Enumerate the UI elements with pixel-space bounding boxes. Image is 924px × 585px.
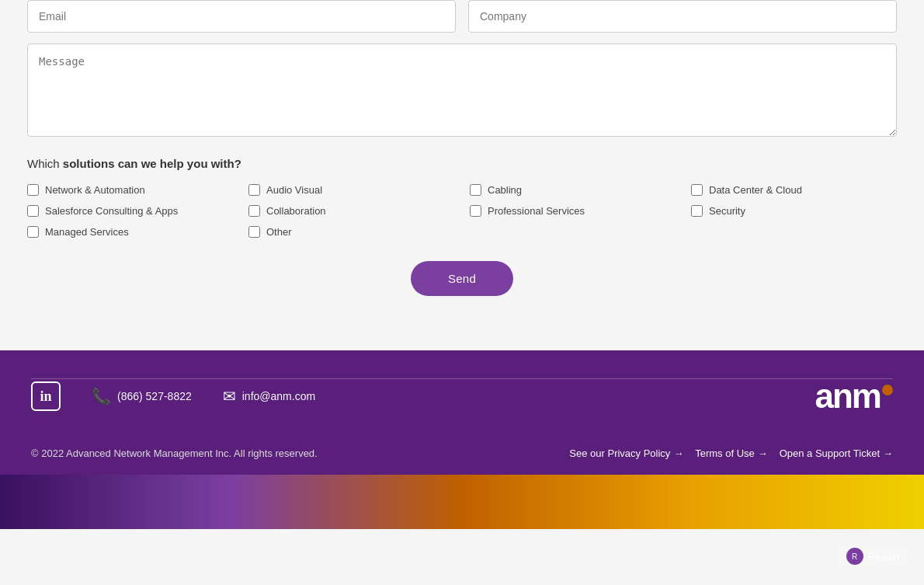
solutions-title: Which solutions can we help you with? [27,157,897,170]
revain-badge: R Revain [837,543,908,569]
checkbox-network[interactable]: Network & Automation [27,184,233,196]
support-label: Open a Support Ticket [780,447,880,459]
support-link[interactable]: Open a Support Ticket → [780,447,893,459]
phone-icon: 📞 [92,387,111,406]
checkbox-datacenter-input[interactable] [691,184,703,196]
checkbox-professional-label: Professional Services [488,205,585,217]
checkbox-security[interactable]: Security [691,205,897,217]
checkbox-security-input[interactable] [691,205,703,217]
checkbox-audio[interactable]: Audio Visual [248,184,454,196]
checkbox-collaboration-input[interactable] [248,205,260,217]
checkbox-network-input[interactable] [27,184,39,196]
support-arrow: → [883,447,893,459]
checkbox-collaboration[interactable]: Collaboration [248,205,454,217]
checkbox-salesforce-input[interactable] [27,205,39,217]
checkbox-cabling[interactable]: Cabling [470,184,676,196]
privacy-label: See our Privacy Policy [569,447,670,459]
privacy-arrow: → [673,447,683,459]
checkbox-salesforce-label: Salesforce Consulting & Apps [45,205,178,217]
email-icon: ✉ [223,387,236,406]
checkbox-managed-input[interactable] [27,226,39,238]
checkbox-audio-label: Audio Visual [266,184,322,196]
footer-colorbar [0,475,924,529]
terms-arrow: → [758,447,768,459]
checkbox-collaboration-label: Collaboration [266,205,326,217]
checkbox-datacenter-label: Data Center & Cloud [709,184,802,196]
privacy-link[interactable]: See our Privacy Policy → [569,447,683,459]
checkbox-security-label: Security [709,205,745,217]
footer-bottom: © 2022 Advanced Network Management Inc. … [31,435,893,475]
linkedin-icon: in [40,388,51,405]
copyright-text: © 2022 Advanced Network Management Inc. … [31,447,564,459]
checkbox-audio-input[interactable] [248,184,260,196]
checkbox-cabling-input[interactable] [470,184,481,196]
checkboxes-grid: Network & Automation Salesforce Consulti… [27,184,897,238]
checkbox-professional-input[interactable] [470,205,481,217]
solutions-section: Which solutions can we help you with? Ne… [27,157,897,238]
checkbox-datacenter[interactable]: Data Center & Cloud [691,184,897,196]
email-contact: ✉ info@anm.com [223,387,315,406]
anm-logo-text: anm [815,377,893,415]
terms-label: Terms of Use [695,447,755,459]
email-input[interactable] [27,0,456,33]
checkbox-managed-label: Managed Services [45,226,129,238]
linkedin-link[interactable]: in [31,381,61,411]
checkbox-managed[interactable]: Managed Services [27,226,233,238]
phone-number: (866) 527-8822 [117,390,192,402]
checkbox-other-label: Other [266,226,292,238]
checkbox-cabling-label: Cabling [488,184,522,196]
message-textarea[interactable] [27,44,897,137]
email-link[interactable]: info@anm.com [242,390,315,402]
checkbox-other-input[interactable] [248,226,260,238]
revain-icon: R [846,548,863,565]
phone-contact: 📞 (866) 527-8822 [92,387,192,406]
footer-links: See our Privacy Policy → Terms of Use → … [569,447,893,459]
send-button[interactable]: Send [411,261,513,296]
checkbox-professional[interactable]: Professional Services [470,205,676,217]
revain-label: Revain [868,551,899,562]
terms-link[interactable]: Terms of Use → [695,447,768,459]
company-input[interactable] [468,0,897,33]
anm-logo: anm [815,379,893,413]
checkbox-network-label: Network & Automation [45,184,145,196]
checkbox-salesforce[interactable]: Salesforce Consulting & Apps [27,205,233,217]
footer: in 📞 (866) 527-8822 ✉ info@anm.com anm ©… [0,350,924,475]
checkbox-other[interactable]: Other [248,226,454,238]
